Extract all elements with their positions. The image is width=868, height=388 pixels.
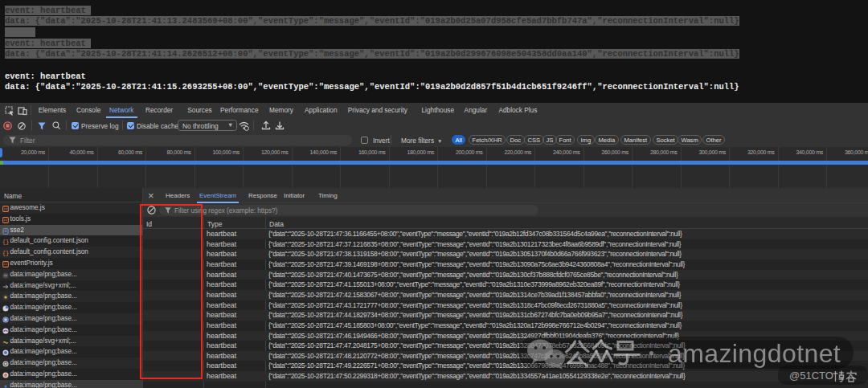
svg-text:{}: {} [2,251,9,257]
svg-text:{}: {} [2,239,9,246]
